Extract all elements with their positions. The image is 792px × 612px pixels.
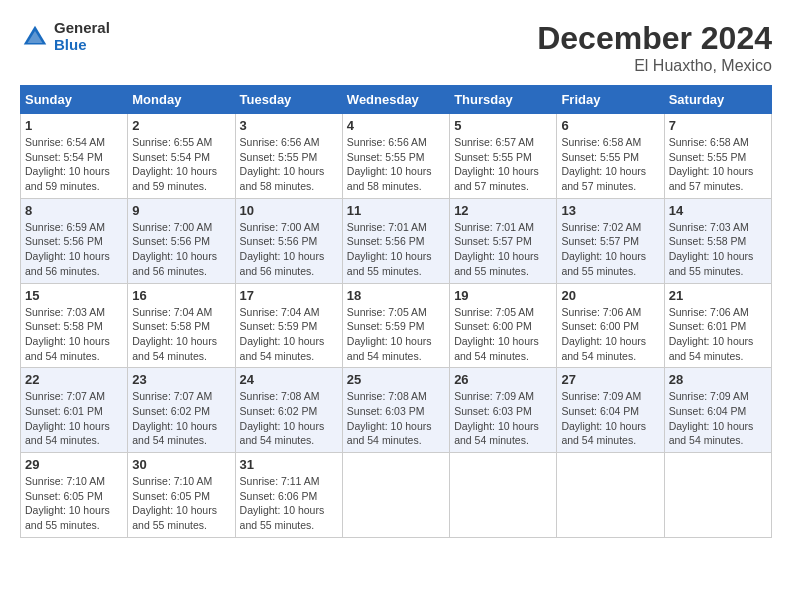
col-wednesday: Wednesday: [342, 86, 449, 114]
list-item: 21Sunrise: 7:06 AM Sunset: 6:01 PM Dayli…: [664, 283, 771, 368]
col-friday: Friday: [557, 86, 664, 114]
calendar-table: Sunday Monday Tuesday Wednesday Thursday…: [20, 85, 772, 538]
day-number: 7: [669, 118, 767, 133]
day-number: 21: [669, 288, 767, 303]
day-info: Sunrise: 6:59 AM Sunset: 5:56 PM Dayligh…: [25, 220, 123, 279]
col-monday: Monday: [128, 86, 235, 114]
list-item: 9Sunrise: 7:00 AM Sunset: 5:56 PM Daylig…: [128, 198, 235, 283]
day-info: Sunrise: 7:10 AM Sunset: 6:05 PM Dayligh…: [132, 474, 230, 533]
table-row: 8Sunrise: 6:59 AM Sunset: 5:56 PM Daylig…: [21, 198, 772, 283]
logo-blue-text: Blue: [54, 37, 110, 54]
day-number: 25: [347, 372, 445, 387]
list-item: 29Sunrise: 7:10 AM Sunset: 6:05 PM Dayli…: [21, 453, 128, 538]
day-info: Sunrise: 6:55 AM Sunset: 5:54 PM Dayligh…: [132, 135, 230, 194]
day-number: 11: [347, 203, 445, 218]
list-item: 24Sunrise: 7:08 AM Sunset: 6:02 PM Dayli…: [235, 368, 342, 453]
list-item: [450, 453, 557, 538]
table-row: 29Sunrise: 7:10 AM Sunset: 6:05 PM Dayli…: [21, 453, 772, 538]
list-item: 22Sunrise: 7:07 AM Sunset: 6:01 PM Dayli…: [21, 368, 128, 453]
day-number: 19: [454, 288, 552, 303]
day-number: 2: [132, 118, 230, 133]
table-row: 15Sunrise: 7:03 AM Sunset: 5:58 PM Dayli…: [21, 283, 772, 368]
day-number: 22: [25, 372, 123, 387]
title-area: December 2024 El Huaxtho, Mexico: [537, 20, 772, 75]
day-info: Sunrise: 7:09 AM Sunset: 6:03 PM Dayligh…: [454, 389, 552, 448]
calendar-header-row: Sunday Monday Tuesday Wednesday Thursday…: [21, 86, 772, 114]
day-number: 17: [240, 288, 338, 303]
list-item: 20Sunrise: 7:06 AM Sunset: 6:00 PM Dayli…: [557, 283, 664, 368]
list-item: 12Sunrise: 7:01 AM Sunset: 5:57 PM Dayli…: [450, 198, 557, 283]
day-info: Sunrise: 7:08 AM Sunset: 6:02 PM Dayligh…: [240, 389, 338, 448]
list-item: [342, 453, 449, 538]
list-item: [557, 453, 664, 538]
day-number: 1: [25, 118, 123, 133]
day-info: Sunrise: 7:03 AM Sunset: 5:58 PM Dayligh…: [25, 305, 123, 364]
day-info: Sunrise: 6:57 AM Sunset: 5:55 PM Dayligh…: [454, 135, 552, 194]
list-item: 13Sunrise: 7:02 AM Sunset: 5:57 PM Dayli…: [557, 198, 664, 283]
day-info: Sunrise: 7:11 AM Sunset: 6:06 PM Dayligh…: [240, 474, 338, 533]
day-number: 30: [132, 457, 230, 472]
day-info: Sunrise: 6:56 AM Sunset: 5:55 PM Dayligh…: [240, 135, 338, 194]
list-item: 31Sunrise: 7:11 AM Sunset: 6:06 PM Dayli…: [235, 453, 342, 538]
list-item: 15Sunrise: 7:03 AM Sunset: 5:58 PM Dayli…: [21, 283, 128, 368]
day-info: Sunrise: 7:08 AM Sunset: 6:03 PM Dayligh…: [347, 389, 445, 448]
logo-text: General Blue: [54, 20, 110, 53]
day-number: 31: [240, 457, 338, 472]
day-number: 23: [132, 372, 230, 387]
day-info: Sunrise: 7:02 AM Sunset: 5:57 PM Dayligh…: [561, 220, 659, 279]
list-item: 18Sunrise: 7:05 AM Sunset: 5:59 PM Dayli…: [342, 283, 449, 368]
day-info: Sunrise: 7:10 AM Sunset: 6:05 PM Dayligh…: [25, 474, 123, 533]
list-item: 8Sunrise: 6:59 AM Sunset: 5:56 PM Daylig…: [21, 198, 128, 283]
day-number: 6: [561, 118, 659, 133]
list-item: 2Sunrise: 6:55 AM Sunset: 5:54 PM Daylig…: [128, 114, 235, 199]
day-number: 29: [25, 457, 123, 472]
day-info: Sunrise: 7:04 AM Sunset: 5:59 PM Dayligh…: [240, 305, 338, 364]
list-item: 30Sunrise: 7:10 AM Sunset: 6:05 PM Dayli…: [128, 453, 235, 538]
day-number: 9: [132, 203, 230, 218]
day-info: Sunrise: 7:03 AM Sunset: 5:58 PM Dayligh…: [669, 220, 767, 279]
list-item: 23Sunrise: 7:07 AM Sunset: 6:02 PM Dayli…: [128, 368, 235, 453]
day-info: Sunrise: 7:00 AM Sunset: 5:56 PM Dayligh…: [240, 220, 338, 279]
list-item: 25Sunrise: 7:08 AM Sunset: 6:03 PM Dayli…: [342, 368, 449, 453]
day-info: Sunrise: 7:09 AM Sunset: 6:04 PM Dayligh…: [561, 389, 659, 448]
day-number: 16: [132, 288, 230, 303]
day-number: 5: [454, 118, 552, 133]
logo-general-text: General: [54, 20, 110, 37]
list-item: 10Sunrise: 7:00 AM Sunset: 5:56 PM Dayli…: [235, 198, 342, 283]
day-info: Sunrise: 7:05 AM Sunset: 6:00 PM Dayligh…: [454, 305, 552, 364]
col-thursday: Thursday: [450, 86, 557, 114]
day-number: 13: [561, 203, 659, 218]
day-number: 27: [561, 372, 659, 387]
day-info: Sunrise: 7:05 AM Sunset: 5:59 PM Dayligh…: [347, 305, 445, 364]
col-sunday: Sunday: [21, 86, 128, 114]
logo-icon: [20, 22, 50, 52]
list-item: 5Sunrise: 6:57 AM Sunset: 5:55 PM Daylig…: [450, 114, 557, 199]
day-number: 10: [240, 203, 338, 218]
day-number: 12: [454, 203, 552, 218]
day-number: 24: [240, 372, 338, 387]
day-info: Sunrise: 7:04 AM Sunset: 5:58 PM Dayligh…: [132, 305, 230, 364]
list-item: 4Sunrise: 6:56 AM Sunset: 5:55 PM Daylig…: [342, 114, 449, 199]
col-saturday: Saturday: [664, 86, 771, 114]
list-item: 1Sunrise: 6:54 AM Sunset: 5:54 PM Daylig…: [21, 114, 128, 199]
month-title: December 2024: [537, 20, 772, 57]
day-number: 4: [347, 118, 445, 133]
day-info: Sunrise: 7:06 AM Sunset: 6:00 PM Dayligh…: [561, 305, 659, 364]
day-info: Sunrise: 6:58 AM Sunset: 5:55 PM Dayligh…: [561, 135, 659, 194]
list-item: 28Sunrise: 7:09 AM Sunset: 6:04 PM Dayli…: [664, 368, 771, 453]
day-info: Sunrise: 7:01 AM Sunset: 5:56 PM Dayligh…: [347, 220, 445, 279]
day-number: 28: [669, 372, 767, 387]
day-info: Sunrise: 7:06 AM Sunset: 6:01 PM Dayligh…: [669, 305, 767, 364]
table-row: 22Sunrise: 7:07 AM Sunset: 6:01 PM Dayli…: [21, 368, 772, 453]
list-item: [664, 453, 771, 538]
list-item: 7Sunrise: 6:58 AM Sunset: 5:55 PM Daylig…: [664, 114, 771, 199]
day-number: 3: [240, 118, 338, 133]
day-info: Sunrise: 7:09 AM Sunset: 6:04 PM Dayligh…: [669, 389, 767, 448]
day-number: 8: [25, 203, 123, 218]
day-number: 26: [454, 372, 552, 387]
col-tuesday: Tuesday: [235, 86, 342, 114]
day-number: 14: [669, 203, 767, 218]
day-info: Sunrise: 7:00 AM Sunset: 5:56 PM Dayligh…: [132, 220, 230, 279]
day-info: Sunrise: 7:01 AM Sunset: 5:57 PM Dayligh…: [454, 220, 552, 279]
list-item: 26Sunrise: 7:09 AM Sunset: 6:03 PM Dayli…: [450, 368, 557, 453]
